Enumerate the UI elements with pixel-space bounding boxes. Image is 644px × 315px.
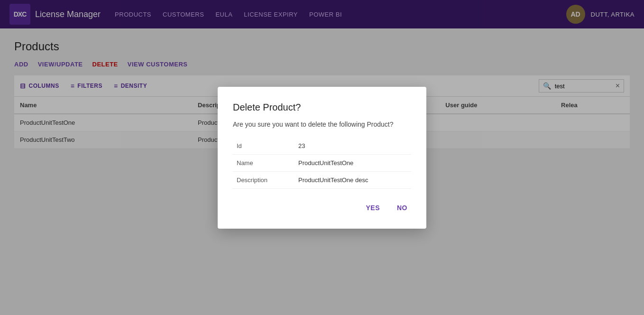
dialog-value-name: ProductUnitTestOne [294, 154, 411, 171]
no-button[interactable]: NO [393, 202, 411, 213]
dialog-row-description: Description ProductUnitTestOne desc [233, 171, 411, 188]
dialog-label-description: Description [233, 171, 294, 188]
yes-button[interactable]: YES [362, 202, 384, 213]
dialog-details-table: Id 23 Name ProductUnitTestOne Descriptio… [233, 138, 411, 189]
modal-overlay: Delete Product? Are you sure you want to… [0, 0, 644, 315]
dialog-label-id: Id [233, 138, 294, 155]
dialog-message: Are you sure you want to delete the foll… [233, 120, 411, 128]
dialog-title: Delete Product? [233, 102, 411, 113]
dialog-value-id: 23 [294, 138, 411, 155]
dialog-row-id: Id 23 [233, 138, 411, 155]
dialog-actions: YES NO [233, 202, 411, 213]
delete-dialog: Delete Product? Are you sure you want to… [218, 87, 426, 229]
main-content: Products ADD VIEW/UPDATE DELETE VIEW CUS… [0, 28, 644, 315]
dialog-row-name: Name ProductUnitTestOne [233, 154, 411, 171]
dialog-value-description: ProductUnitTestOne desc [294, 171, 411, 188]
dialog-label-name: Name [233, 154, 294, 171]
